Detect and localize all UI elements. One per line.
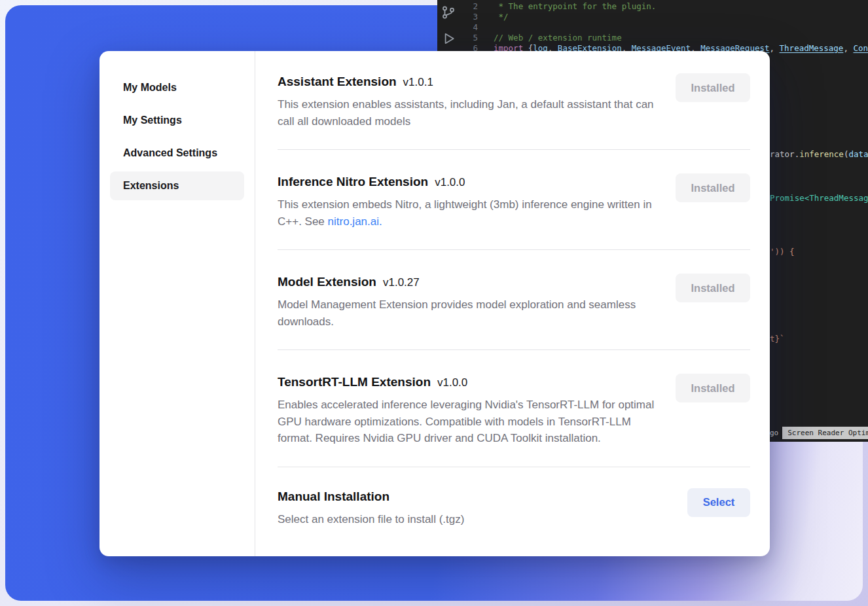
extension-title: Model Extension [278,274,376,291]
extension-row: Assistant Extension v1.0.1 This extensio… [278,73,750,150]
extension-title: TensortRT-LLM Extension [278,374,431,391]
select-file-button[interactable]: Select [687,488,750,517]
code-fragment: rator.inference(data)); [770,149,868,159]
code-fragment: Promise<ThreadMessage> [770,193,868,203]
installed-button[interactable]: Installed [676,374,750,402]
extension-info: Inference Nitro Extension v1.0.0 This ex… [278,173,664,230]
extension-info: Assistant Extension v1.0.1 This extensio… [278,73,664,130]
extension-version: v1.0.0 [435,176,465,189]
sidebar-item-advanced-settings[interactable]: Advanced Settings [110,139,244,168]
manual-installation-row: Manual Installation Select an extension … [278,467,750,528]
code-text: * The entrypoint for the plugin. [487,1,656,11]
line-number: 5 [437,33,487,43]
extension-description: This extension embeds Nitro, a lightweig… [278,196,664,230]
installed-button[interactable]: Installed [676,173,750,202]
line-number: 4 [437,22,487,33]
code-line: 5// Web / extension runtime [437,33,622,43]
code-fragment: t}` [770,334,785,344]
page-background: 2 * The entrypoint for the plugin. 3 */ … [0,0,868,606]
extension-description: Model Management Extension provides mode… [278,296,664,330]
code-line: 3 */ [437,12,509,22]
extension-description: Enables accelerated inference leveraging… [278,397,664,447]
editor-status-bar: go Screen Reader Optimized [770,427,868,439]
line-number: 3 [437,12,487,22]
code-line: 4 [437,22,487,33]
sidebar-item-my-models[interactable]: My Models [110,73,244,102]
extension-description: This extension enables assistants, inclu… [278,96,664,130]
extension-row: TensortRT-LLM Extension v1.0.0 Enables a… [278,350,750,467]
code-fragment: ')) { [770,247,795,257]
settings-sidebar: My Models My Settings Advanced Settings … [99,51,255,556]
extension-version: v1.0.27 [383,276,420,289]
extension-version: v1.0.1 [403,76,433,89]
extension-info: Manual Installation Select an extension … [278,488,464,528]
extension-row: Inference Nitro Extension v1.0.0 This ex… [278,150,750,250]
extension-title: Inference Nitro Extension [278,173,428,190]
status-text: go [770,429,782,437]
extension-row: Model Extension v1.0.27 Model Management… [278,250,750,350]
extension-info: TensortRT-LLM Extension v1.0.0 Enables a… [278,374,664,447]
installed-button[interactable]: Installed [676,73,750,102]
settings-modal: My Models My Settings Advanced Settings … [99,51,770,556]
sidebar-item-my-settings[interactable]: My Settings [110,106,244,135]
installed-button[interactable]: Installed [676,274,750,302]
nitro-jan-ai-link[interactable]: nitro.jan.ai. [328,215,382,228]
extension-info: Model Extension v1.0.27 Model Management… [278,274,664,330]
extension-title: Assistant Extension [278,73,397,90]
manual-installation-description: Select an extension file to install (.tg… [278,511,464,528]
extensions-list: Assistant Extension v1.0.1 This extensio… [255,51,770,556]
sidebar-item-extensions[interactable]: Extensions [110,171,244,200]
code-line: 2 * The entrypoint for the plugin. [437,1,656,12]
line-number: 2 [437,1,487,12]
screen-reader-optimized-badge: Screen Reader Optimized [782,427,868,439]
extension-version: v1.0.0 [437,376,467,389]
manual-installation-title: Manual Installation [278,488,389,505]
code-text: */ [487,12,509,22]
code-text: // Web / extension runtime [487,33,622,43]
